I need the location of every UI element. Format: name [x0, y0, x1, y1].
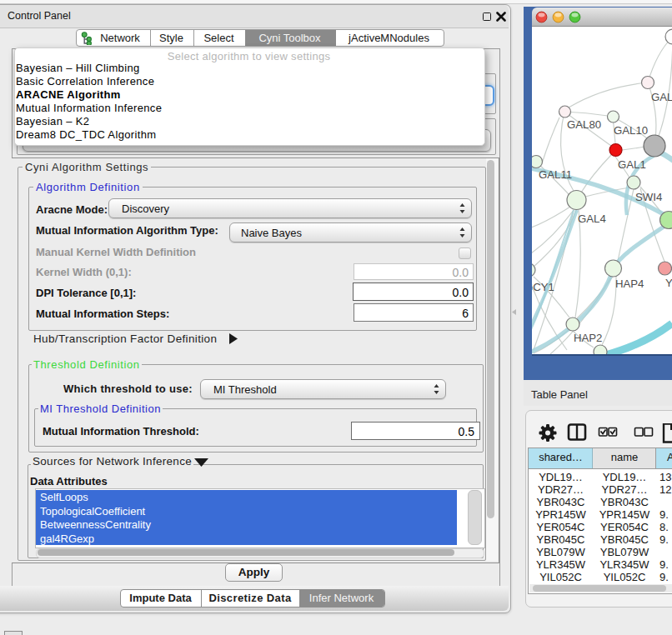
svg-text:Y: Y — [665, 277, 672, 289]
svg-text:HAP2: HAP2 — [574, 332, 602, 344]
svg-text:GAL11: GAL11 — [539, 168, 572, 181]
svg-text:GAL80: GAL80 — [567, 118, 601, 131]
svg-text:GAL7: GAL7 — [651, 91, 672, 103]
svg-text:GAL1: GAL1 — [618, 158, 646, 171]
svg-text:GAL4: GAL4 — [578, 212, 606, 225]
svg-text:GAL10: GAL10 — [614, 124, 648, 137]
svg-text:SWI4: SWI4 — [635, 191, 662, 203]
svg-text:GCY1: GCY1 — [532, 281, 554, 293]
svg-text:HAP4: HAP4 — [615, 278, 644, 290]
